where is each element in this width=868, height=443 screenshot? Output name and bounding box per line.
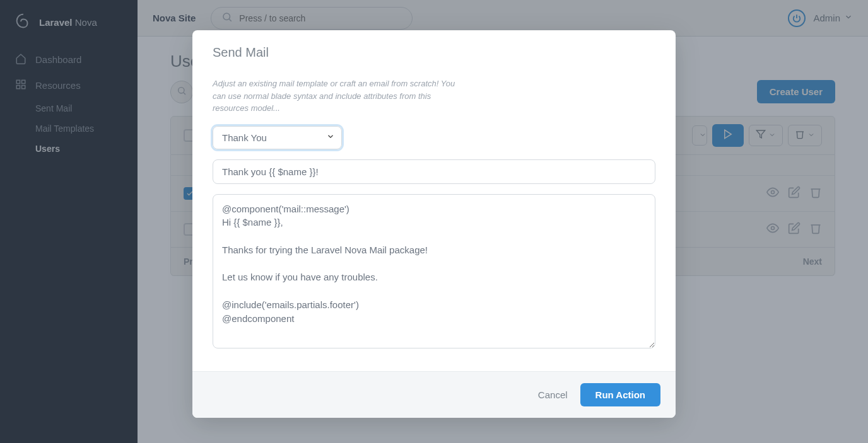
send-mail-modal: Send Mail Adjust an existing mail templa… [192, 30, 676, 418]
run-action-button[interactable]: Run Action [580, 383, 660, 406]
modal-header: Send Mail [192, 30, 676, 67]
modal-title: Send Mail [213, 45, 655, 60]
body-textarea[interactable] [213, 194, 655, 348]
modal-footer: Cancel Run Action [192, 372, 676, 418]
cancel-button[interactable]: Cancel [538, 389, 568, 400]
template-select[interactable]: Thank You [213, 126, 342, 149]
subject-input[interactable] [213, 159, 655, 184]
chevron-down-icon [326, 132, 335, 143]
modal-body: Adjust an existing mail template or craf… [192, 78, 676, 372]
template-select-value: Thank You [222, 132, 267, 143]
modal-description: Adjust an existing mail template or craf… [213, 78, 465, 115]
